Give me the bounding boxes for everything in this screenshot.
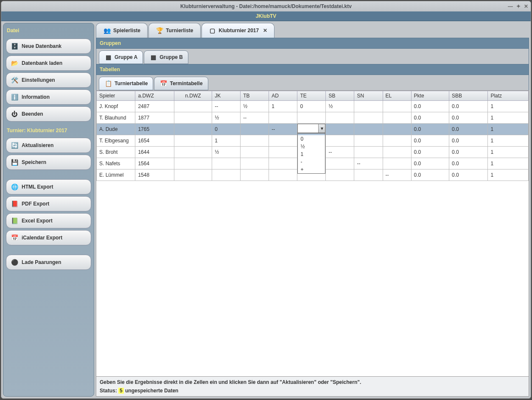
cell-el[interactable]: [383, 135, 411, 147]
cell-jk[interactable]: --: [212, 101, 241, 112]
cell-sn[interactable]: [354, 112, 383, 124]
sidebar-file-btn-3[interactable]: ℹ️Information: [6, 89, 91, 105]
col-header-platz[interactable]: Platz: [488, 91, 529, 101]
cell-sb[interactable]: [326, 135, 354, 147]
col-header-ad[interactable]: AD: [269, 91, 297, 101]
cell-spieler[interactable]: A. Dude: [97, 124, 135, 135]
cell-sn[interactable]: [354, 147, 383, 158]
cell-sbb[interactable]: 0.0: [449, 147, 487, 158]
cell-el[interactable]: [383, 124, 411, 135]
col-header-ndwz[interactable]: n.DWZ: [174, 91, 212, 101]
sidebar-export-btn-1[interactable]: 📕PDF Export: [6, 196, 91, 211]
cell-platz[interactable]: 1: [488, 112, 529, 124]
cell-spieler[interactable]: J. Knopf: [97, 101, 135, 112]
main-tab-1[interactable]: 🏆Turnierliste: [148, 23, 200, 38]
dropdown-option[interactable]: +: [298, 166, 325, 173]
sidebar-file-btn-0[interactable]: 🗄️Neue Datenbank: [6, 39, 91, 54]
cell-adwz[interactable]: 1654: [135, 135, 174, 147]
cell-platz[interactable]: 1: [488, 124, 529, 135]
cell-jk[interactable]: 1: [212, 135, 241, 147]
sidebar-tourn-btn-0[interactable]: 🔄Aktualisieren: [6, 138, 91, 153]
col-header-adwz[interactable]: a.DWZ: [135, 91, 174, 101]
minimize-icon[interactable]: —: [508, 3, 513, 9]
cell-platz[interactable]: 1: [488, 101, 529, 112]
sidebar-file-btn-1[interactable]: 📂Datenbank laden: [6, 56, 91, 71]
cell-tb[interactable]: ½: [241, 101, 269, 112]
cell-spieler[interactable]: T. Elbgesang: [97, 135, 135, 147]
sidebar-tourn-btn-1[interactable]: 💾Speichern: [6, 155, 91, 170]
cell-te[interactable]: [297, 112, 326, 124]
cell-spieler[interactable]: E. Lümmel: [97, 169, 135, 181]
cell-spieler[interactable]: T. Blauhund: [97, 112, 135, 124]
cell-jk[interactable]: [212, 158, 241, 169]
cell-ndwz[interactable]: [174, 158, 212, 169]
cell-adwz[interactable]: 2487: [135, 101, 174, 112]
sidebar-export-btn-2[interactable]: 📗Excel Export: [6, 213, 91, 228]
cell-el[interactable]: [383, 112, 411, 124]
cell-te[interactable]: ▾0½1-+: [297, 124, 326, 135]
cell-jk[interactable]: ½: [212, 147, 241, 158]
cell-ndwz[interactable]: [174, 112, 212, 124]
cell-jk[interactable]: [212, 169, 241, 181]
sidebar-misc-btn-0[interactable]: ⚫Lade Paarungen: [6, 255, 91, 270]
cell-platz[interactable]: 1: [488, 147, 529, 158]
cell-pkte[interactable]: 0.0: [411, 101, 449, 112]
cell-platz[interactable]: 1: [488, 135, 529, 147]
cell-sn[interactable]: [354, 135, 383, 147]
cell-el[interactable]: [383, 158, 411, 169]
col-header-tb[interactable]: TB: [241, 91, 269, 101]
cell-platz[interactable]: 1: [488, 169, 529, 181]
cell-sn[interactable]: [354, 124, 383, 135]
cell-te[interactable]: 0: [297, 101, 326, 112]
cell-tb[interactable]: [241, 158, 269, 169]
cell-ad[interactable]: 1: [269, 101, 297, 112]
cell-adwz[interactable]: 1548: [135, 169, 174, 181]
table-tab-1[interactable]: 📅Termintabelle: [154, 77, 208, 90]
col-header-pkte[interactable]: Pkte: [411, 91, 449, 101]
main-tab-2[interactable]: ▢Klubturnier 2017✕: [202, 23, 275, 38]
cell-platz[interactable]: 1: [488, 158, 529, 169]
col-header-sb[interactable]: SB: [326, 91, 354, 101]
cell-sb[interactable]: ½: [326, 101, 354, 112]
col-header-sbb[interactable]: SBB: [449, 91, 487, 101]
cell-ndwz[interactable]: [174, 169, 212, 181]
cell-ad[interactable]: [269, 169, 297, 181]
cell-adwz[interactable]: 1877: [135, 112, 174, 124]
cell-sbb[interactable]: 0.0: [449, 124, 487, 135]
sidebar-file-btn-2[interactable]: 🛠️Einstellungen: [6, 72, 91, 88]
cell-ad[interactable]: [269, 135, 297, 147]
cell-sn[interactable]: [354, 169, 383, 181]
dropdown-option[interactable]: 0: [298, 135, 325, 143]
col-header-jk[interactable]: JK: [212, 91, 241, 101]
cell-el[interactable]: [383, 101, 411, 112]
cell-ad[interactable]: [269, 147, 297, 158]
cell-ndwz[interactable]: [174, 135, 212, 147]
cell-sbb[interactable]: 0.0: [449, 101, 487, 112]
sidebar-export-btn-0[interactable]: 🌐HTML Export: [6, 179, 91, 194]
cell-sbb[interactable]: 0.0: [449, 112, 487, 124]
col-header-te[interactable]: TE: [297, 91, 326, 101]
cell-jk[interactable]: 0: [212, 124, 241, 135]
cell-sbb[interactable]: 0.0: [449, 135, 487, 147]
cell-tb[interactable]: [241, 124, 269, 135]
main-tab-2-close-icon[interactable]: ✕: [263, 28, 267, 33]
cell-ad[interactable]: [269, 158, 297, 169]
cell-spieler[interactable]: S. Broht: [97, 147, 135, 158]
dropdown-option[interactable]: ½: [298, 143, 325, 150]
cell-sb[interactable]: --: [326, 147, 354, 158]
cell-sbb[interactable]: 0.0: [449, 158, 487, 169]
cell-el[interactable]: [383, 147, 411, 158]
chevron-down-icon[interactable]: ▾: [318, 124, 325, 133]
sidebar-file-btn-4[interactable]: ⏻Beenden: [6, 106, 91, 122]
close-icon[interactable]: ✕: [524, 3, 528, 9]
cell-pkte[interactable]: 0.0: [411, 135, 449, 147]
dropdown-option[interactable]: -: [298, 158, 325, 166]
result-dropdown-input[interactable]: [298, 124, 318, 133]
cell-el[interactable]: --: [383, 169, 411, 181]
cell-tb[interactable]: [241, 135, 269, 147]
cell-ndwz[interactable]: [174, 101, 212, 112]
cell-sb[interactable]: [326, 158, 354, 169]
cell-sb[interactable]: [326, 124, 354, 135]
cell-tb[interactable]: [241, 147, 269, 158]
cell-sbb[interactable]: 0.0: [449, 169, 487, 181]
